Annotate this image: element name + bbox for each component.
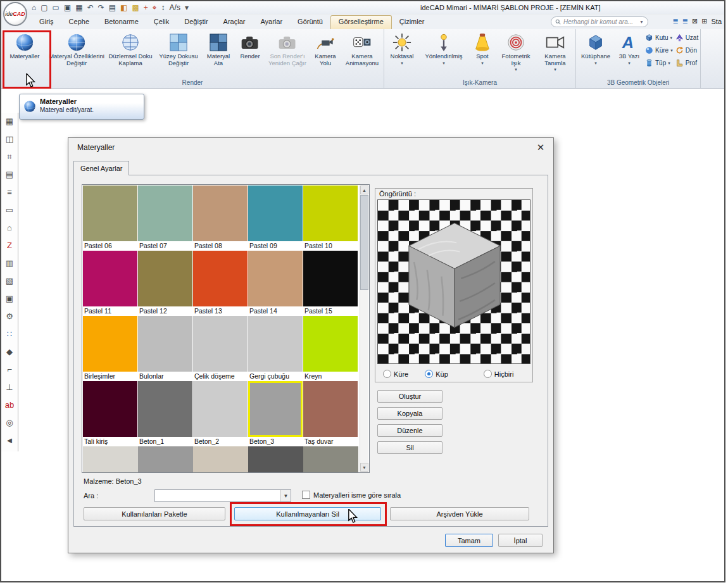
- olustur-button[interactable]: Oluştur: [377, 390, 442, 403]
- materyal-ozellikleri-degistir-button[interactable]: Materyal Özelliklerini Değiştir: [47, 30, 106, 79]
- material-swatch[interactable]: Gergi çubuğu: [248, 316, 303, 381]
- snap-point-icon[interactable]: +: [144, 2, 148, 13]
- view-list-icon[interactable]: ≣: [673, 17, 679, 25]
- uzat-button[interactable]: Uzat: [675, 34, 699, 42]
- material-swatch[interactable]: Pastel 14: [248, 251, 303, 316]
- command-search-input[interactable]: Herhangi bir komut ara... ▼: [551, 16, 648, 27]
- more-commands-icon[interactable]: ▾: [185, 2, 189, 13]
- elevation-tool-icon[interactable]: ▥: [3, 257, 16, 269]
- material-swatch[interactable]: Taş duvar: [303, 381, 358, 446]
- iptal-button[interactable]: İptal: [498, 534, 543, 547]
- kamera-yolu-button[interactable]: Kamera Yolu: [310, 30, 341, 79]
- roof-tool-icon[interactable]: ⌂: [3, 222, 16, 234]
- open-folder-icon[interactable]: ▭: [53, 2, 60, 13]
- close-drawing-icon[interactable]: ⊠: [692, 17, 698, 25]
- spot-button[interactable]: Spot▾: [468, 30, 496, 79]
- yuzey-dokusu-degistir-button[interactable]: Yüzey Dokusu Değiştir: [155, 30, 202, 79]
- wall-tool-icon[interactable]: ▦: [3, 115, 16, 127]
- perpendicular-tool-icon[interactable]: ⊥: [3, 381, 16, 393]
- grid-settings-icon[interactable]: ▩: [132, 2, 139, 13]
- materials-scrollbar[interactable]: ▲ ▼: [360, 186, 368, 472]
- material-search-combobox[interactable]: ▼: [154, 489, 291, 502]
- don-button[interactable]: Dön: [675, 46, 699, 54]
- tab-değiştir[interactable]: Değiştir: [177, 15, 215, 29]
- sil-button[interactable]: Sil: [377, 441, 442, 454]
- material-swatch-partial[interactable]: [248, 446, 303, 472]
- save-icon[interactable]: ▣: [64, 2, 71, 13]
- tab-cephe[interactable]: Cephe: [61, 15, 97, 29]
- edit-tool-icon[interactable]: ◆: [3, 346, 16, 358]
- tab-görselleştirme[interactable]: Görselleştirme: [330, 15, 392, 29]
- redo-icon[interactable]: ↷: [98, 2, 104, 13]
- fotometrik-isik-button[interactable]: Fotometrik Işık▾: [496, 30, 536, 79]
- duzenle-button[interactable]: Düzenle: [377, 424, 442, 437]
- radio-unselected[interactable]: [484, 370, 492, 378]
- search-dropdown-icon[interactable]: ▼: [639, 20, 644, 24]
- scroll-up-icon[interactable]: ▲: [360, 186, 368, 194]
- kullanilanlari-paketle-button[interactable]: Kullanılanları Paketle: [84, 507, 225, 520]
- kamera-animasyonu-button[interactable]: Kamera Animasyonu: [341, 30, 383, 79]
- materyal-ata-button[interactable]: Materyal Ata: [202, 30, 235, 79]
- section-tool-icon[interactable]: Z: [3, 239, 16, 251]
- material-swatch[interactable]: Kreyn: [303, 316, 358, 381]
- hatch-tool-icon[interactable]: ▧: [3, 275, 16, 287]
- tab-araçlar[interactable]: Araçlar: [216, 15, 253, 29]
- material-swatch-partial[interactable]: [83, 446, 138, 472]
- tab-çelik[interactable]: Çelik: [146, 15, 177, 29]
- material-swatch[interactable]: Bulonlar: [138, 316, 193, 381]
- material-swatch[interactable]: Beton_3: [248, 381, 303, 446]
- material-swatch-partial[interactable]: [193, 446, 248, 472]
- snap-track-icon[interactable]: ⌖: [153, 2, 157, 13]
- radio-selected[interactable]: [425, 370, 433, 378]
- material-swatch[interactable]: Birleşimler: [83, 316, 138, 381]
- arsivden-yukle-button[interactable]: Arşivden Yükle: [390, 507, 529, 520]
- material-swatch[interactable]: Pastel 07: [138, 186, 193, 251]
- window-tool-icon[interactable]: ◫: [3, 133, 16, 145]
- material-swatch[interactable]: Tali kiriş: [83, 381, 138, 446]
- material-swatch[interactable]: Pastel 12: [138, 251, 193, 316]
- preview-option-hiçbiri[interactable]: Hiçbiri: [484, 370, 514, 378]
- settings-tool-icon[interactable]: ⚙: [3, 310, 16, 322]
- node-tool-icon[interactable]: ∷: [3, 328, 16, 340]
- 3b-yazi-button[interactable]: A3B Yazı▾: [615, 30, 644, 79]
- measure-icon[interactable]: ↕: [161, 2, 165, 13]
- scrollbar-thumb[interactable]: [360, 195, 368, 290]
- material-swatch[interactable]: Pastel 09: [248, 186, 303, 251]
- render-button[interactable]: Render: [235, 30, 265, 79]
- son-renderi-yeniden-cagir-button[interactable]: Son Render'ı Yeniden Çağır: [265, 30, 310, 79]
- prof-button[interactable]: Prof: [675, 59, 699, 67]
- column-tool-icon[interactable]: ▤: [3, 168, 16, 180]
- duzlemsel-doku-kaplama-button[interactable]: Düzlemsel Doku Kaplama: [106, 30, 155, 79]
- save-all-icon[interactable]: ▦: [75, 2, 82, 13]
- new-file-icon[interactable]: ▢: [41, 2, 47, 13]
- tamam-button[interactable]: Tamam: [445, 534, 493, 547]
- yonlendirilmis-button[interactable]: Yönlendirilmiş▾: [419, 30, 468, 79]
- material-swatch[interactable]: Pastel 08: [193, 186, 248, 251]
- kutu-button[interactable]: Kutu▾: [645, 34, 673, 42]
- material-swatch[interactable]: Beton_1: [138, 381, 193, 446]
- slab-tool-icon[interactable]: ▭: [3, 204, 16, 216]
- beam-tool-icon[interactable]: ≡: [3, 186, 16, 198]
- material-swatch-partial[interactable]: [138, 446, 193, 472]
- material-swatch[interactable]: Pastel 13: [193, 251, 248, 316]
- tab-çizimler[interactable]: Çizimler: [392, 15, 432, 29]
- close-icon[interactable]: ✕: [534, 141, 547, 154]
- text-style-icon[interactable]: A/s: [170, 2, 180, 13]
- layer-list-icon[interactable]: ≣: [682, 17, 688, 25]
- clipboard-icon[interactable]: ▤: [109, 2, 116, 13]
- preview-option-küre[interactable]: Küre: [383, 370, 408, 378]
- offset-tool-icon[interactable]: ⌐: [3, 363, 16, 375]
- tab-genel-ayarlar[interactable]: Genel Ayarlar: [73, 161, 129, 175]
- undo-icon[interactable]: ↶: [87, 2, 94, 13]
- material-swatch[interactable]: Pastel 11: [83, 251, 138, 316]
- material-swatch[interactable]: Pastel 10: [303, 186, 358, 251]
- auto-label-tool-icon[interactable]: ab: [3, 399, 16, 411]
- door-tool-icon[interactable]: ⌗: [3, 151, 16, 163]
- scroll-down-icon[interactable]: ▼: [360, 463, 368, 472]
- radio-unselected[interactable]: [383, 370, 391, 378]
- block-tool-icon[interactable]: ▣: [3, 292, 16, 305]
- chevron-down-icon[interactable]: ▼: [280, 490, 291, 501]
- tup-button[interactable]: Tüp▾: [645, 59, 673, 67]
- sort-checkbox-row[interactable]: Materyalleri isme göre sırala: [302, 491, 401, 499]
- collapse-button-icon[interactable]: ◄: [3, 434, 16, 446]
